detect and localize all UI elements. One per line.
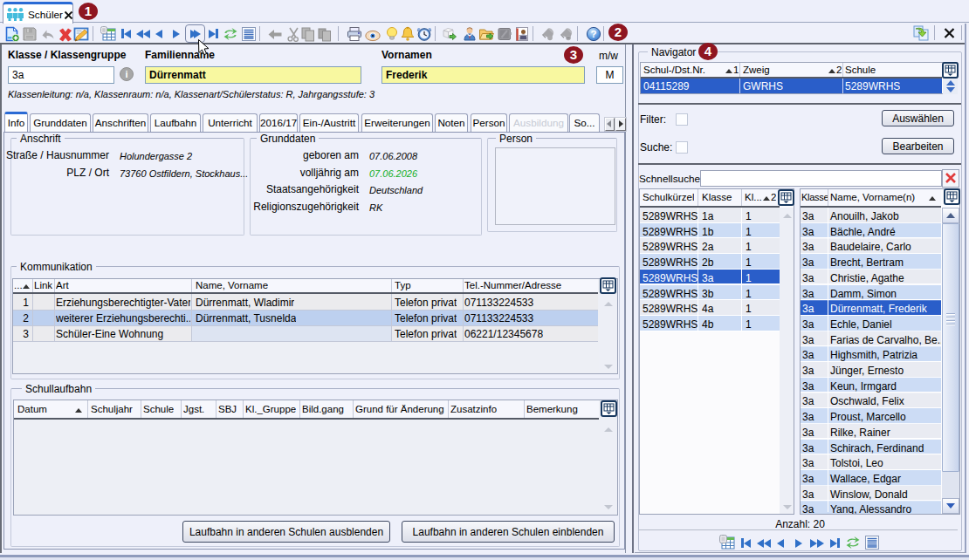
svg-text:?: ?: [590, 29, 596, 39]
